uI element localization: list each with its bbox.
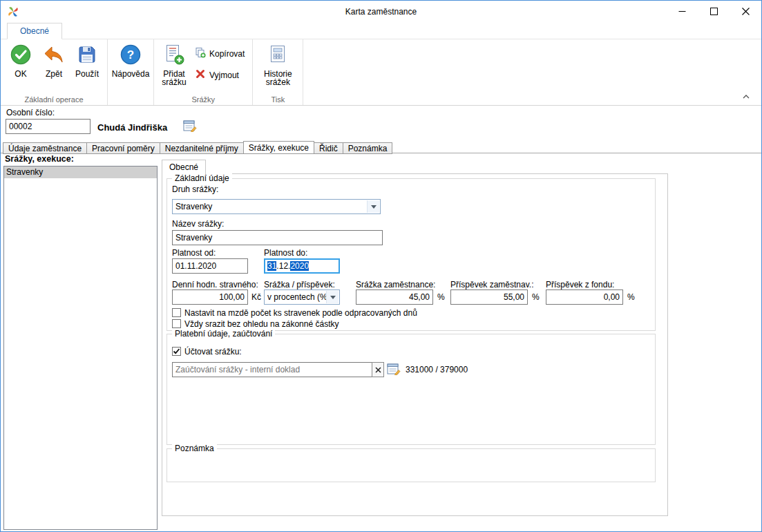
help-button[interactable]: ? Nápověda (111, 41, 150, 78)
daily-value-label: Denní hodn. stravného: (172, 280, 258, 289)
ribbon-group-basic-label: Základní operace (1, 95, 107, 104)
checkbox-account-deduction-label: Účtovat srážku: (184, 347, 242, 357)
mode-value: v procentech (%) (267, 292, 330, 302)
back-button[interactable]: Zpět (37, 41, 70, 78)
checkbox-meal-count-label: Nastavit na mzdě počet ks stravenek podl… (184, 308, 417, 318)
apply-button[interactable]: Použít (70, 41, 104, 78)
copy-icon (195, 47, 206, 60)
employee-deduction-value: 45,00 (409, 292, 430, 302)
valid-to-year: 2020 (290, 261, 309, 271)
add-document-icon (163, 44, 185, 68)
groupbox-basic-title: Základní údaje (172, 173, 232, 183)
ribbon-collapse-button[interactable] (740, 92, 752, 102)
ribbon-group-basic: OK Zpět (1, 39, 108, 105)
apply-label: Použít (75, 70, 99, 78)
maximize-button[interactable] (698, 1, 730, 22)
deduction-type-select[interactable]: Stravenky (172, 199, 381, 214)
valid-from-label: Platnost od: (172, 248, 216, 258)
copy-button[interactable]: Kopírovat (195, 47, 245, 60)
ok-label: OK (15, 70, 26, 78)
daily-value: 100,00 (219, 292, 245, 302)
tab-pracovni-pomery[interactable]: Pracovní poměry (86, 142, 160, 154)
minimize-button[interactable] (666, 1, 698, 22)
deduction-name-label: Název srážky: (172, 219, 224, 229)
personal-number-label: Osobní číslo: (6, 108, 55, 117)
help-label: Nápověda (112, 70, 150, 78)
fund-contribution-input[interactable]: 0,00 (546, 289, 623, 305)
detail-tab-obecne[interactable]: Obecné (162, 160, 206, 175)
fund-contribution-label: Příspěvek z fondu: (546, 280, 614, 289)
ribbon-group-print-label: Tisk (253, 95, 303, 104)
ok-icon (10, 44, 32, 68)
posting-input[interactable]: Zaúčtování srážky - interní doklad (172, 362, 372, 377)
back-label: Zpět (46, 70, 62, 78)
back-arrow-icon (43, 44, 65, 68)
checkbox-checked-icon (172, 347, 181, 356)
deductions-list-title: Srážky, exekuce: (5, 154, 74, 164)
tab-ridic[interactable]: Řidič (314, 142, 343, 154)
posting-value: Zaúčtování srážky - interní doklad (175, 365, 300, 374)
mode-select[interactable]: v procentech (%) (264, 289, 340, 305)
ok-button[interactable]: OK (4, 41, 37, 78)
valid-from-input[interactable]: 01.11.2020 (172, 258, 248, 274)
app-window: Karta zaměstnance Obecné OK (0, 0, 762, 532)
percent-unit: % (532, 292, 540, 302)
chevron-down-icon (367, 200, 379, 213)
valid-to-label: Platnost do: (264, 248, 307, 258)
currency-unit: Kč (251, 292, 261, 302)
daily-value-input[interactable]: 100,00 (172, 289, 248, 305)
clear-posting-button[interactable] (372, 362, 384, 377)
checkbox-meal-count[interactable]: Nastavit na mzdě počet ks stravenek podl… (172, 307, 417, 318)
add-deduction-button[interactable]: Přidat srážku (158, 41, 191, 86)
ribbon: OK Zpět (1, 39, 761, 106)
employee-deduction-input[interactable]: 45,00 (356, 289, 433, 305)
percent-unit: % (627, 292, 635, 302)
cut-icon (195, 68, 206, 82)
accounts-value: 331000 / 379000 (406, 365, 468, 374)
select-posting-icon[interactable] (387, 363, 401, 375)
valid-to-month: 12 (279, 261, 288, 271)
cut-button[interactable]: Vyjmout (195, 68, 245, 82)
help-icon: ? (120, 44, 142, 68)
svg-text:?: ? (127, 48, 134, 61)
tab-srazky-exekuce[interactable]: Srážky, exekuce (243, 141, 314, 154)
ribbon-group-help: ? Nápověda (108, 39, 154, 105)
tab-nezdanitelne-prijmy[interactable]: Nezdanitelné příjmy (160, 142, 244, 154)
groupbox-payment-title: Platební údaje, zaúčtování (172, 329, 275, 339)
add-deduction-label: Přidat srážku (158, 70, 191, 86)
ribbon-group-deductions: Přidat srážku Kopírovat (154, 39, 253, 105)
cut-label: Vyjmout (209, 70, 239, 80)
save-disk-icon (76, 44, 98, 68)
tab-udaje-zamestnance[interactable]: Údaje zaměstnance (3, 142, 87, 154)
employer-contribution-input[interactable]: 55,00 (450, 289, 528, 305)
deduction-type-label: Druh srážky: (172, 184, 218, 194)
window-title: Karta zaměstnance (1, 7, 761, 17)
history-report-icon (267, 44, 289, 68)
deduction-name-value: Stravenky (175, 233, 212, 243)
deduction-history-button[interactable]: Historie srážek (256, 41, 299, 86)
groupbox-note: Poznámka (166, 448, 656, 482)
checkbox-account-deduction[interactable]: Účtovat srážku: (172, 346, 242, 357)
checkbox-always-deduct[interactable]: Vždy srazit bez ohledu na zákonné částky (172, 319, 339, 329)
personal-number-value: 00002 (9, 122, 32, 131)
deduction-history-label: Historie srážek (256, 70, 299, 86)
chevron-down-icon (326, 291, 339, 303)
percent-unit: % (437, 292, 445, 302)
fund-contribution-value: 0,00 (604, 292, 620, 302)
deductions-listbox[interactable]: Stravenky (3, 166, 158, 530)
employee-deduction-label: Srážka zaměstnance: (356, 280, 435, 289)
copy-label: Kopírovat (209, 49, 245, 59)
checkbox-unchecked-icon (172, 319, 181, 328)
ribbon-group-deductions-label: Srážky (154, 95, 252, 104)
tab-poznamka[interactable]: Poznámka (343, 142, 393, 154)
list-item-stravenky[interactable]: Stravenky (4, 167, 157, 178)
deduction-name-input[interactable]: Stravenky (172, 230, 383, 245)
groupbox-note-title: Poznámka (172, 444, 217, 453)
employer-contribution-label: Příspěvek zaměstnav.: (450, 280, 534, 289)
employee-card-icon[interactable] (183, 120, 197, 132)
checkbox-always-deduct-label: Vždy srazit bez ohledu na zákonné částky (184, 319, 339, 329)
close-button[interactable] (730, 1, 761, 22)
ribbon-tab-obecne[interactable]: Obecné (7, 23, 62, 39)
valid-to-input[interactable]: 31.12.2020 (264, 258, 340, 274)
personal-number-input[interactable]: 00002 (6, 119, 91, 134)
